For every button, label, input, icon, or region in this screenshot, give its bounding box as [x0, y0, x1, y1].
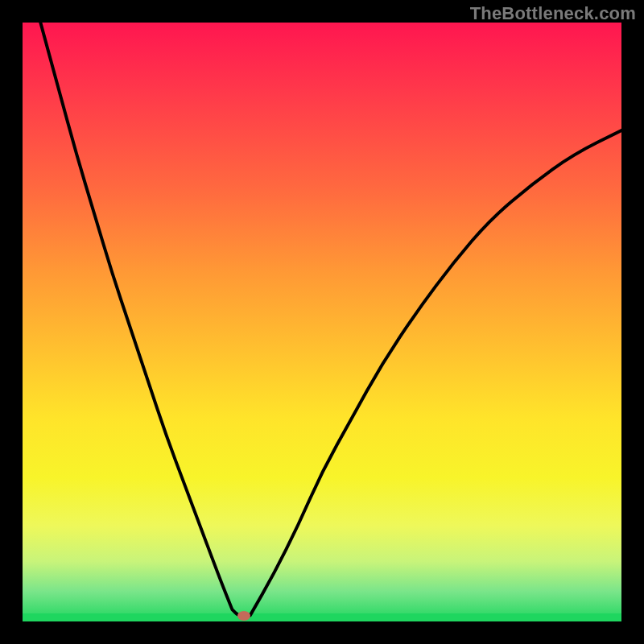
optimum-marker-icon	[237, 611, 250, 621]
watermark-text: TheBottleneck.com	[470, 3, 636, 24]
curve-path	[40, 23, 621, 616]
bottleneck-curve	[23, 23, 621, 621]
chart-frame: TheBottleneck.com	[0, 0, 644, 644]
plot-area	[23, 23, 621, 621]
